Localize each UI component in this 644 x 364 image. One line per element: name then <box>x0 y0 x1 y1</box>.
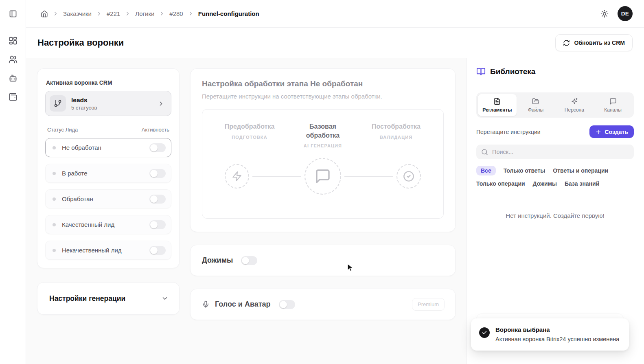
plus-icon <box>595 129 602 135</box>
breadcrumb-current: Funnel-configuration <box>198 10 259 17</box>
page-header: Настройка воронки Обновить из CRM <box>26 28 644 58</box>
funnel-name: leads <box>71 96 97 104</box>
tab-fajly[interactable]: Файлы <box>517 94 555 116</box>
voice-avatar-toggle[interactable] <box>279 300 295 309</box>
refresh-icon <box>563 39 570 46</box>
tab-reglamenty[interactable]: Регламенты <box>478 94 517 116</box>
followups-toggle[interactable] <box>241 256 257 265</box>
bot-icon[interactable] <box>6 71 20 86</box>
status-dot <box>53 197 56 201</box>
status-label: В работе <box>62 170 88 177</box>
breadcrumb: Заказчики #221 Логики #280 Funnel-config… <box>41 10 259 18</box>
toast-funnel-selected[interactable]: Воронка выбрана Активная воронка Bitrix2… <box>471 318 629 351</box>
status-row-nekachestvennyj[interactable]: Некачественный лид <box>45 241 171 260</box>
status-toggle[interactable] <box>149 143 166 152</box>
voice-avatar-label: Голос и Аватар <box>215 300 271 309</box>
sidebar-toggle-icon[interactable] <box>6 7 20 21</box>
breadcrumb-separator-icon <box>96 11 102 17</box>
voice-avatar-panel: Голос и Аватар Premium <box>190 289 456 320</box>
success-check-icon <box>479 327 490 338</box>
wallet-icon[interactable] <box>6 90 20 104</box>
status-label: Качественный лид <box>62 221 114 228</box>
library-tabs: Регламенты Файлы Персона Каналы <box>476 92 634 118</box>
empty-state-message: Нет инструкций. Создайте первую! <box>476 212 634 219</box>
pipeline-connector <box>252 176 301 177</box>
funnel-status-count: 5 статусов <box>71 105 97 111</box>
mic-icon <box>202 300 210 308</box>
status-column-header: Статус Лида <box>47 127 78 133</box>
library-title: Библиотека <box>490 67 535 76</box>
app-root: Заказчики #221 Логики #280 Funnel-config… <box>0 0 644 364</box>
git-branch-icon <box>50 95 66 112</box>
message-icon <box>609 98 617 105</box>
filter-tolko-operacii[interactable]: Только операции <box>476 180 525 187</box>
page-title: Настройка воронки <box>37 37 124 48</box>
followups-label: Дожимы <box>202 256 233 265</box>
workspace: Активная воронка CRM leads 5 статусов Ст… <box>26 58 466 364</box>
status-toggle[interactable] <box>149 195 166 204</box>
filter-tolko-otvety[interactable]: Только ответы <box>504 167 545 174</box>
dashboard-icon[interactable] <box>6 33 20 48</box>
breadcrumb-separator-icon <box>159 11 165 17</box>
stage-title: Предобработка <box>213 122 286 131</box>
stage-editor-title: Настройка обработки этапа Не обработан <box>202 79 444 88</box>
stage-tag: AI ГЕНЕРАЦИЯ <box>286 143 359 148</box>
stage-editor-subtitle: Перетащите инструкции на соответствующие… <box>202 93 444 100</box>
users-icon[interactable] <box>6 52 20 67</box>
pipeline-connector <box>344 176 393 177</box>
stage-tag: ПОДГОТОВКА <box>213 135 286 140</box>
status-row-obrabotan[interactable]: Обработан <box>45 189 171 208</box>
generation-settings-title: Настройки генерации <box>49 294 125 303</box>
drag-hint-text: Перетащите инструкции <box>476 129 541 135</box>
premium-badge: Premium <box>412 298 445 311</box>
status-toggle[interactable] <box>149 246 166 255</box>
status-toggle[interactable] <box>149 169 166 178</box>
pipeline-dropzone[interactable]: Предобработка ПОДГОТОВКА Базовая обработ… <box>202 109 444 219</box>
status-row-v-rabote[interactable]: В работе <box>45 164 171 183</box>
status-row-ne-obrabotan[interactable]: Не обработан <box>45 138 171 157</box>
activity-column-header: Активность <box>142 127 169 133</box>
toast-message: Активная воронка Bitrix24 успешно измене… <box>495 336 619 342</box>
filter-dozhimy[interactable]: Дожимы <box>533 180 557 187</box>
filter-vse[interactable]: Все <box>476 166 496 175</box>
zap-icon[interactable] <box>225 164 249 189</box>
status-label: Некачественный лид <box>62 247 122 254</box>
tab-persona[interactable]: Персона <box>555 94 594 116</box>
status-dot <box>53 146 56 149</box>
library-search <box>476 145 634 159</box>
status-dot <box>53 172 56 175</box>
breadcrumb-separator-icon <box>125 11 131 17</box>
status-label: Не обработан <box>62 144 101 151</box>
instruction-filters: Все Только ответы Ответы и операции Толь… <box>476 166 634 187</box>
update-from-crm-button[interactable]: Обновить из CRM <box>555 34 633 51</box>
theme-toggle-sun-icon[interactable] <box>600 10 609 18</box>
chat-icon[interactable] <box>304 158 341 195</box>
breadcrumb-item[interactable]: #221 <box>107 10 120 17</box>
breadcrumb-separator-icon <box>53 11 59 17</box>
icon-sidebar <box>0 0 26 364</box>
check-circle-icon[interactable] <box>396 164 421 189</box>
filter-otvety-i-operacii[interactable]: Ответы и операции <box>553 167 608 174</box>
create-instruction-button[interactable]: Создать <box>589 125 634 138</box>
followups-panel: Дожимы <box>190 245 456 276</box>
stage-editor-panel: Настройка обработки этапа Не обработан П… <box>190 68 456 232</box>
generation-settings-accordion[interactable]: Настройки генерации <box>37 282 180 315</box>
breadcrumb-item[interactable]: #280 <box>169 10 183 17</box>
funnel-selector[interactable]: leads 5 статусов <box>45 91 171 116</box>
stage-title: Базовая обработка <box>299 122 347 140</box>
user-avatar[interactable]: DE <box>618 6 633 21</box>
breadcrumb-separator-icon <box>188 11 194 17</box>
status-dot <box>53 249 56 252</box>
library-panel: Библиотека Регламенты Файлы <box>466 58 644 364</box>
toast-title: Воронка выбрана <box>495 326 619 333</box>
status-toggle[interactable] <box>149 220 166 229</box>
tab-kanaly[interactable]: Каналы <box>594 94 632 116</box>
home-icon[interactable] <box>41 10 48 18</box>
filter-baza-znanij[interactable]: База знаний <box>565 180 599 187</box>
breadcrumb-item[interactable]: Заказчики <box>63 10 92 17</box>
search-input[interactable] <box>492 149 629 155</box>
active-funnel-panel: Активная воронка CRM leads 5 статусов Ст… <box>37 68 180 268</box>
breadcrumb-item[interactable]: Логики <box>135 10 154 17</box>
chevron-down-icon <box>161 295 169 302</box>
status-row-kachestvennyj[interactable]: Качественный лид <box>45 215 171 234</box>
